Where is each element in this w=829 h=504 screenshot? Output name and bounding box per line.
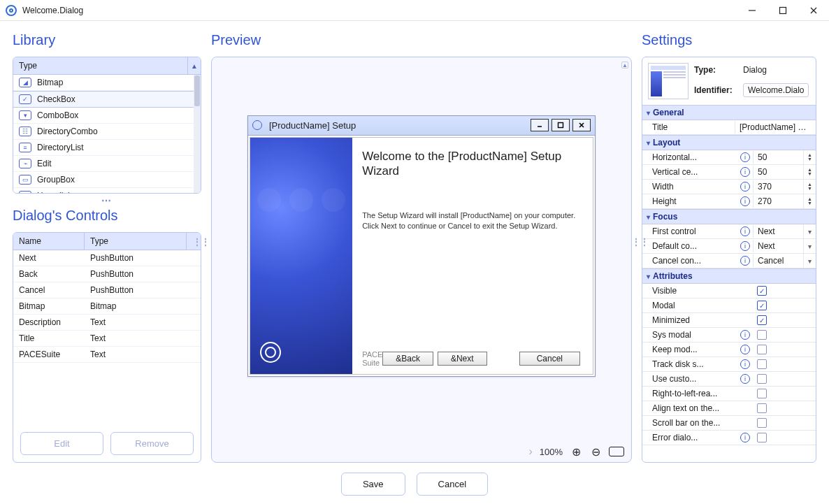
library-item-hyperlink[interactable]: ∞Hyperlink (13, 188, 194, 194)
attr-usecusto-checkbox[interactable] (757, 374, 767, 384)
attr-sysmodal-checkbox[interactable] (757, 330, 767, 340)
preview-brand-text[interactable]: PACE Suite (362, 350, 382, 367)
table-row[interactable]: CancelPushButton (13, 282, 201, 298)
table-row[interactable]: TitleText (13, 331, 201, 347)
identifier-field[interactable]: Welcome.Dialo (743, 83, 809, 97)
prop-cancel-value[interactable]: Cancel (753, 254, 803, 267)
info-icon[interactable]: i (740, 256, 750, 266)
library-scroll-up[interactable]: ▲ (188, 57, 201, 74)
group-general[interactable]: ▾General (642, 105, 816, 120)
identifier-label: Identifier: (694, 85, 739, 95)
prop-title-value[interactable]: [ProductName] Setup (735, 121, 816, 134)
library-item-edit[interactable]: ⌁Edit (13, 156, 194, 172)
prop-width-value[interactable]: 370 (753, 180, 803, 193)
attr-modal-checkbox[interactable]: ✓ (757, 301, 767, 310)
library-list[interactable]: ◢Bitmap ✓CheckBox ▾ComboBox ☷DirectoryCo… (13, 75, 194, 194)
info-icon[interactable]: i (740, 182, 750, 192)
prop-default-value[interactable]: Next (753, 240, 803, 252)
info-icon[interactable]: i (740, 330, 750, 340)
zoom-in-icon[interactable]: ⊕ (570, 445, 582, 458)
library-item-groupbox[interactable]: ▭GroupBox (13, 172, 194, 188)
attr-visible-checkbox[interactable]: ✓ (757, 286, 767, 296)
spinner[interactable]: ▲▼ (803, 165, 816, 179)
preview-description[interactable]: The Setup Wizard will install [ProductNa… (362, 210, 580, 231)
library-scrollbar[interactable] (194, 75, 201, 194)
library-item-combobox[interactable]: ▾ComboBox (13, 108, 194, 124)
controls-table[interactable]: NextPushButton BackPushButton CancelPush… (13, 250, 201, 425)
attr-trackdisk-checkbox[interactable] (757, 359, 767, 369)
attr-scroll-checkbox[interactable] (757, 418, 767, 428)
table-row[interactable]: DescriptionText (13, 315, 201, 331)
spinner[interactable]: ▲▼ (803, 150, 816, 164)
table-row[interactable]: BackPushButton (13, 266, 201, 282)
edit-control-button[interactable]: Edit (20, 432, 103, 455)
cancel-button[interactable]: Cancel (417, 473, 488, 496)
panel-splitter[interactable]: ⋯ (13, 194, 201, 208)
preview-back-button[interactable]: &Back (382, 352, 433, 366)
zoom-prev[interactable]: › (528, 445, 532, 458)
spinner[interactable]: ▲▼ (803, 180, 816, 194)
info-icon[interactable]: i (740, 433, 750, 442)
window-close-button[interactable] (798, 0, 829, 21)
library-item-directorylist[interactable]: ≡DirectoryList (13, 140, 194, 156)
info-icon[interactable]: i (740, 167, 750, 177)
dropdown-icon[interactable]: ▾ (803, 254, 816, 268)
preview-minimize-button[interactable] (531, 119, 549, 131)
remove-control-button[interactable]: Remove (110, 432, 194, 455)
preview-dialog-titlebar[interactable]: [ProductName] Setup (248, 116, 595, 136)
save-button[interactable]: Save (341, 473, 405, 496)
preview-cancel-button[interactable]: Cancel (519, 352, 580, 366)
info-icon[interactable]: i (740, 226, 750, 236)
library-item-directorycombo[interactable]: ☷DirectoryCombo (13, 124, 194, 140)
info-icon[interactable]: i (740, 374, 750, 384)
zoom-out-icon[interactable]: ⊖ (589, 445, 602, 458)
info-icon[interactable]: i (740, 359, 750, 369)
info-icon[interactable]: i (740, 241, 750, 251)
preview-dialog[interactable]: [ProductName] Setup Welcome to the [Prod… (247, 115, 596, 377)
attr-rtl-checkbox[interactable] (757, 389, 767, 398)
preview-maximize-button[interactable] (552, 119, 570, 131)
prop-first-value[interactable]: Next (753, 225, 803, 238)
property-grid: ▾General Title [ProductName] Setup ▾Layo… (642, 105, 816, 445)
type-value: Dialog (743, 65, 809, 75)
attr-minimized-checkbox[interactable]: ✓ (757, 315, 767, 325)
settings-panel: Type: Dialog Identifier: Welcome.Dialo ▾… (642, 57, 816, 463)
info-icon[interactable]: i (740, 345, 750, 354)
attr-errordlg-checkbox[interactable] (757, 433, 767, 442)
window-minimize-button[interactable] (737, 0, 767, 21)
window-titlebar: Welcome.Dialog (0, 0, 829, 21)
library-column-header[interactable]: Type (13, 57, 188, 74)
prop-height-value[interactable]: 270 (753, 195, 803, 208)
attr-align-checkbox[interactable] (757, 403, 767, 413)
controls-header-type[interactable]: Type (85, 233, 187, 250)
library-item-checkbox[interactable]: ✓CheckBox (13, 91, 194, 108)
table-row[interactable]: BitmapBitmap (13, 298, 201, 315)
dropdown-icon[interactable]: ▾ (803, 239, 816, 253)
prop-hcenter-value[interactable]: 50 (753, 151, 803, 164)
groupbox-icon: ▭ (19, 175, 31, 185)
preview-heading[interactable]: Welcome to the [ProductName] Setup Wizar… (362, 149, 580, 179)
attr-keepmod-checkbox[interactable] (757, 345, 767, 354)
splitter-right[interactable]: ⋮⋮ (632, 240, 649, 243)
preview-scrollbar[interactable]: ▲ (620, 62, 628, 437)
info-icon[interactable]: i (740, 152, 750, 162)
splitter-left[interactable]: ⋮⋮ (193, 240, 210, 243)
group-attributes[interactable]: ▾Attributes (642, 268, 816, 284)
group-focus[interactable]: ▾Focus (642, 209, 816, 224)
preview-close-button[interactable] (572, 119, 591, 131)
spinner[interactable]: ▲▼ (803, 194, 816, 208)
window-maximize-button[interactable] (767, 0, 798, 21)
prop-vcenter-value[interactable]: 50 (753, 166, 803, 178)
dropdown-icon[interactable]: ▾ (803, 224, 816, 238)
table-row[interactable]: PACESuiteText (13, 347, 201, 363)
preview-side-bitmap[interactable] (250, 138, 352, 374)
zoom-fit-icon[interactable] (609, 447, 624, 456)
preview-next-button[interactable]: &Next (438, 352, 487, 366)
controls-header-name[interactable]: Name (13, 233, 85, 250)
table-row[interactable]: NextPushButton (13, 250, 201, 266)
group-layout[interactable]: ▾Layout (642, 135, 816, 150)
attr-visible-label: Visible (652, 285, 740, 297)
preview-canvas[interactable]: ▲ [ProductName] Setup (211, 57, 632, 463)
info-icon[interactable]: i (740, 196, 750, 206)
library-item-bitmap[interactable]: ◢Bitmap (13, 75, 194, 91)
